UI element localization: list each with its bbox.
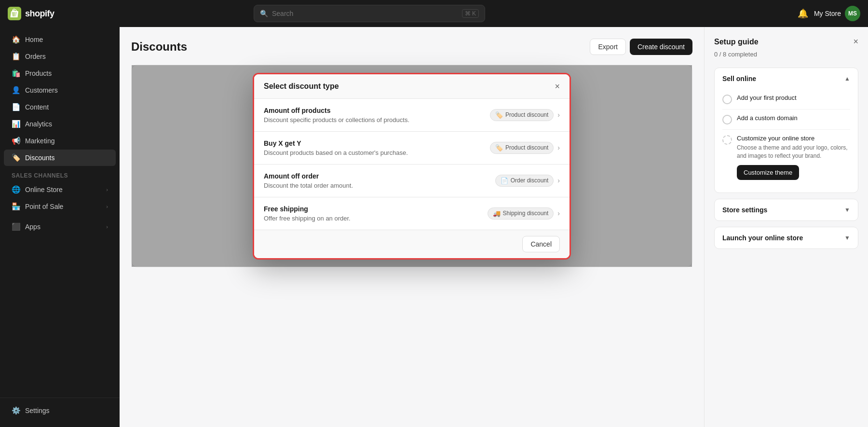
discount-option-amount-off-products[interactable]: Amount off products Discount specific pr…	[254, 99, 570, 132]
discount-option-heading: Amount off products	[264, 107, 409, 114]
cancel-button[interactable]: Cancel	[522, 236, 560, 252]
modal-overlay[interactable]: Select discount type × Amount off produc…	[132, 65, 692, 267]
sidebar-label-apps: Apps	[25, 223, 41, 231]
setup-section-store-settings-header[interactable]: Store settings ▼	[715, 199, 858, 220]
setup-item-custom-domain[interactable]: Add a custom domain	[722, 110, 850, 130]
discount-option-heading: Free shipping	[264, 205, 351, 213]
sidebar-item-customers[interactable]: 👤 Customers	[4, 82, 116, 98]
search-shortcut: ⌘ K	[462, 9, 479, 18]
sidebar-item-settings[interactable]: ⚙️ Settings	[4, 402, 116, 419]
sidebar-label-products: Products	[25, 69, 52, 77]
sidebar-item-orders[interactable]: 📋 Orders	[4, 48, 116, 65]
setup-guide-close-button[interactable]: ×	[853, 37, 858, 47]
create-discount-button[interactable]: Create discount	[630, 39, 692, 55]
setup-guide-header: Setup guide ×	[714, 37, 858, 47]
notification-bell-icon[interactable]: 🔔	[798, 8, 808, 19]
chevron-right-icon: ›	[106, 224, 108, 230]
sidebar-label-online-store: Online Store	[25, 186, 63, 193]
setup-section-sell-online-header[interactable]: Sell online ▲	[715, 68, 858, 89]
modal-header: Select discount type ×	[254, 74, 570, 99]
discount-option-right: 📄 Order discount ›	[495, 175, 560, 187]
search-icon: 🔍	[260, 10, 268, 17]
modal-close-button[interactable]: ×	[555, 82, 560, 91]
setup-item-add-product[interactable]: Add your first product	[722, 89, 850, 110]
shipping-icon: 🚚	[493, 210, 501, 217]
sidebar-nav: 🏠 Home 📋 Orders 🛍️ Products 👤 Customers …	[0, 31, 120, 398]
shopify-logo[interactable]: shopify	[8, 7, 95, 20]
discount-option-amount-off-order[interactable]: Amount off order Discount the total orde…	[254, 165, 570, 197]
search-input[interactable]	[272, 10, 458, 17]
export-button[interactable]: Export	[590, 39, 625, 55]
sidebar-item-content[interactable]: 📄 Content	[4, 99, 116, 115]
order-discount-badge: 📄 Order discount	[495, 175, 554, 187]
chevron-right-icon: ›	[106, 187, 108, 193]
sidebar-item-marketing[interactable]: 📢 Marketing	[4, 133, 116, 149]
sidebar-item-discounts[interactable]: 🏷️ Discounts	[4, 150, 116, 166]
item-circle-add-product	[722, 95, 732, 104]
setup-section-sell-online: Sell online ▲ Add your first product Add…	[714, 68, 858, 193]
chevron-up-icon: ▲	[844, 75, 850, 82]
product-discount-badge-1: 🏷️ Product discount	[490, 109, 554, 121]
badge-label: Shipping discount	[503, 210, 549, 217]
shipping-discount-badge: 🚚 Shipping discount	[488, 207, 554, 220]
setup-item-desc-customize-store: Choose a theme and add your logo, colors…	[737, 144, 850, 160]
order-icon: 📄	[501, 177, 508, 184]
store-info[interactable]: My Store MS	[814, 6, 860, 21]
tag-icon: 🏷️	[495, 111, 503, 119]
discount-option-free-shipping[interactable]: Free shipping Offer free shipping on an …	[254, 197, 570, 230]
tag-icon: 🏷️	[495, 144, 503, 152]
point-of-sale-icon: 🏪	[12, 202, 20, 211]
item-circle-customize-store	[722, 135, 732, 145]
discount-option-desc: Discount specific products or collection…	[264, 116, 409, 124]
discount-option-buy-x-get-y[interactable]: Buy X get Y Discount products based on a…	[254, 132, 570, 165]
setup-guide-panel: Setup guide × 0 / 8 completed Sell onlin…	[704, 27, 868, 427]
topbar-right: 🔔 My Store MS	[798, 6, 860, 21]
sidebar-label-discounts: Discounts	[25, 154, 54, 162]
sidebar-item-online-store[interactable]: 🌐 Online Store ›	[4, 181, 116, 198]
modal-footer: Cancel	[254, 230, 570, 258]
setup-section-store-settings-title: Store settings	[722, 206, 767, 214]
item-circle-custom-domain	[722, 115, 732, 124]
setup-item-label-customize-store: Customize your online store	[737, 135, 850, 142]
page-title: Discounts	[131, 40, 187, 54]
sidebar-label-marketing: Marketing	[25, 137, 54, 145]
sidebar-label-analytics: Analytics	[25, 120, 52, 128]
badge-label: Product discount	[505, 144, 548, 151]
setup-section-launch-store-header[interactable]: Launch your online store ▼	[715, 227, 858, 248]
discount-option-desc: Offer free shipping on an order.	[264, 215, 351, 222]
discount-option-right: 🏷️ Product discount ›	[490, 109, 560, 121]
chevron-right-icon: ›	[557, 111, 560, 119]
customize-theme-button[interactable]: Customize theme	[737, 165, 799, 180]
setup-item-label-add-product: Add your first product	[737, 94, 797, 101]
setup-section-sell-online-body: Add your first product Add a custom doma…	[715, 89, 858, 193]
modal-title: Select discount type	[264, 82, 339, 91]
discount-option-left: Amount off order Discount the total orde…	[264, 172, 353, 189]
badge-label: Order discount	[511, 177, 549, 184]
products-icon: 🛍️	[12, 69, 20, 78]
chevron-right-icon: ›	[557, 144, 560, 152]
sidebar-item-products[interactable]: 🛍️ Products	[4, 65, 116, 82]
setup-guide-title: Setup guide	[714, 38, 759, 46]
sidebar: 🏠 Home 📋 Orders 🛍️ Products 👤 Customers …	[0, 27, 120, 427]
product-discount-badge-2: 🏷️ Product discount	[490, 142, 554, 154]
sidebar-item-analytics[interactable]: 📊 Analytics	[4, 116, 116, 132]
sidebar-item-apps[interactable]: ⬛ Apps ›	[4, 219, 116, 235]
sales-channels-label: Sales channels	[0, 166, 120, 181]
discounts-icon: 🏷️	[12, 153, 20, 162]
sidebar-item-point-of-sale[interactable]: 🏪 Point of Sale ›	[4, 198, 116, 215]
sidebar-label-customers: Customers	[25, 86, 58, 94]
search-bar[interactable]: 🔍 ⌘ K	[254, 5, 485, 22]
discount-option-left: Buy X get Y Discount products based on a…	[264, 139, 408, 156]
page-actions: Export Create discount	[590, 39, 692, 55]
sidebar-label-point-of-sale: Point of Sale	[25, 203, 63, 210]
home-icon: 🏠	[12, 35, 20, 44]
discount-option-left: Free shipping Offer free shipping on an …	[264, 205, 351, 222]
sidebar-label-home: Home	[25, 36, 43, 43]
setup-item-customize-store[interactable]: Customize your online store Choose a the…	[722, 130, 850, 185]
sidebar-item-home[interactable]: 🏠 Home	[4, 31, 116, 48]
analytics-icon: 📊	[12, 120, 20, 128]
sidebar-label-content: Content	[25, 103, 49, 111]
sidebar-label-orders: Orders	[25, 53, 46, 60]
setup-section-sell-online-title: Sell online	[722, 75, 756, 83]
chevron-right-icon: ›	[557, 209, 560, 217]
